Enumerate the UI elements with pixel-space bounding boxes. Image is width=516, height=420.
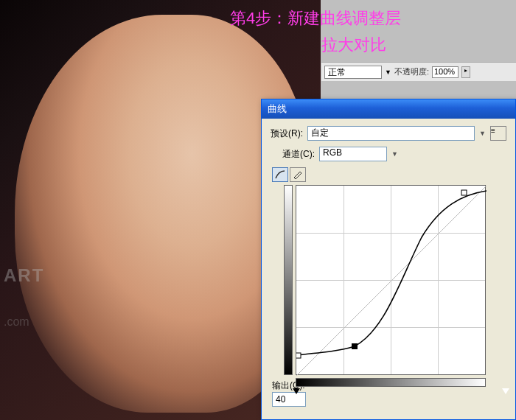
- watermark-text-2: .com: [4, 315, 29, 329]
- channel-label: 通道(C):: [282, 148, 315, 161]
- curve-grid[interactable]: [296, 185, 486, 375]
- input-gradient: [296, 378, 486, 387]
- black-point-slider[interactable]: [293, 388, 300, 394]
- annotation-desc: 拉大对比: [321, 34, 386, 56]
- curves-dialog: 曲线 预设(R): 自定 ▼ ≡ 通道(C): RGB ▼: [261, 99, 516, 420]
- dialog-titlebar[interactable]: 曲线: [262, 99, 515, 119]
- channel-select[interactable]: RGB: [319, 147, 387, 161]
- opacity-input[interactable]: 100%: [432, 66, 459, 78]
- preset-label: 预设(R):: [271, 127, 303, 140]
- dialog-title: 曲线: [268, 102, 287, 116]
- opacity-stepper[interactable]: ▸: [461, 66, 470, 78]
- white-point-slider[interactable]: [502, 388, 509, 394]
- curve-tool-icon[interactable]: [272, 167, 288, 182]
- svg-line-0: [296, 186, 487, 376]
- chevron-down-icon[interactable]: ▼: [479, 130, 486, 137]
- curve-path[interactable]: [296, 186, 487, 376]
- blend-mode-select[interactable]: 正常: [324, 66, 382, 79]
- layers-options-bar: 正常 ▼ 不透明度: 100% ▸: [321, 62, 516, 81]
- pencil-tool-icon[interactable]: [290, 167, 306, 182]
- annotation-step: 第4步：新建曲线调整层: [230, 7, 401, 29]
- preset-menu-button[interactable]: ≡: [490, 126, 506, 141]
- svg-rect-3: [296, 353, 301, 358]
- curve-icon: [274, 169, 286, 180]
- opacity-label: 不透明度:: [394, 66, 429, 77]
- pencil-icon: [292, 169, 304, 180]
- svg-rect-2: [461, 190, 467, 195]
- output-gradient: [284, 185, 293, 375]
- watermark-text: ART: [4, 265, 44, 286]
- chevron-down-icon[interactable]: ▼: [385, 69, 391, 76]
- output-input[interactable]: [272, 392, 306, 407]
- svg-rect-1: [352, 343, 358, 349]
- preset-select[interactable]: 自定: [307, 126, 475, 141]
- chevron-down-icon[interactable]: ▼: [391, 150, 398, 158]
